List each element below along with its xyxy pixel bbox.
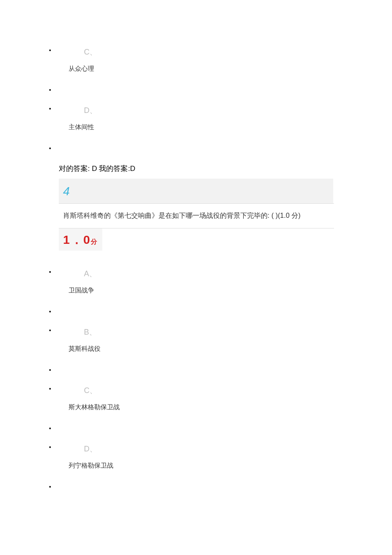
option-text: 莫斯科战役 [59, 345, 392, 353]
option-letter: D、 [59, 105, 392, 116]
option-letter: B、 [59, 327, 392, 337]
option-spacer [0, 425, 392, 432]
option-letter: A、 [59, 269, 392, 279]
option-text: 主体间性 [59, 123, 392, 131]
score-box: 1．0分 [59, 228, 102, 251]
score-unit: 分 [91, 238, 97, 245]
option-letter: C、 [59, 47, 392, 57]
answer-line: 对的答案: D 我的答案:D [0, 164, 392, 173]
option-d-row: D、 主体间性 [0, 105, 392, 131]
option-d-row: D、 列宁格勒保卫战 [0, 444, 392, 470]
option-b-row: B、 莫斯科战役 [0, 327, 392, 353]
option-spacer [0, 87, 392, 93]
option-text: 卫国战争 [59, 286, 392, 295]
question4-options: A、 卫国战争 B、 莫斯科战役 C、 斯大林格勒保卫战 D、 列宁格勒保卫战 [0, 269, 392, 490]
score-number: 1．0 [63, 233, 91, 246]
option-text: 斯大林格勒保卫战 [59, 403, 392, 411]
option-a-row: A、 卫国战争 [0, 269, 392, 295]
question-text-box: 肖斯塔科维奇的《第七交响曲》是在如下哪一场战役的背景下完毕的: ( )(1.0 … [59, 204, 334, 228]
option-spacer [0, 483, 392, 490]
option-letter: C、 [59, 385, 392, 396]
option-letter: D、 [59, 444, 392, 454]
option-spacer [0, 367, 392, 373]
prev-question-options-tail: C、 从众心理 D、 主体间性 [0, 47, 392, 152]
option-c-row: C、 从众心理 [0, 47, 392, 73]
question-number-box: 4 [59, 179, 333, 203]
option-c-row: C、 斯大林格勒保卫战 [0, 385, 392, 411]
option-spacer [0, 145, 392, 152]
question-text: 肖斯塔科维奇的《第七交响曲》是在如下哪一场战役的背景下完毕的: ( )(1.0 … [63, 212, 300, 219]
question-number: 4 [59, 185, 70, 198]
option-spacer [0, 308, 392, 315]
option-text: 列宁格勒保卫战 [59, 462, 392, 470]
option-text: 从众心理 [59, 65, 392, 73]
